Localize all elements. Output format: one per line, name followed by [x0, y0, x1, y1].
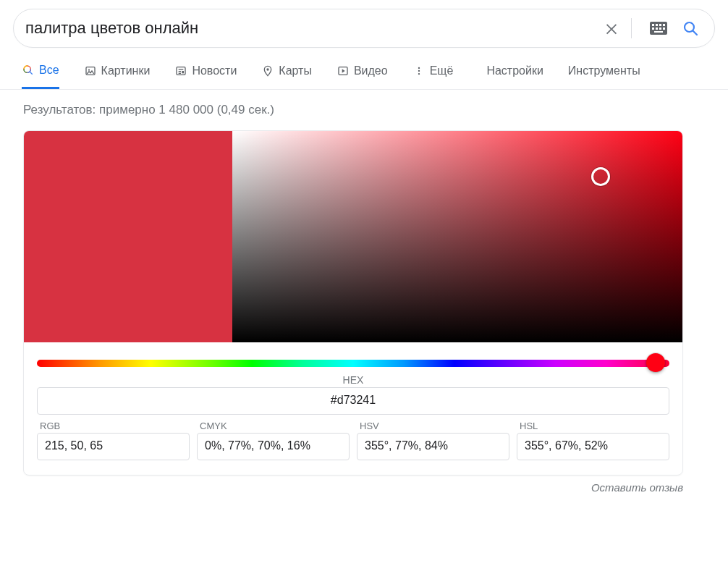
- hue-slider[interactable]: [37, 360, 669, 367]
- search-input[interactable]: [25, 19, 592, 38]
- svg-rect-2: [656, 24, 658, 26]
- tab-maps[interactable]: Карты: [261, 64, 312, 88]
- sv-handle[interactable]: [591, 167, 610, 186]
- tab-video[interactable]: Видео: [337, 64, 388, 88]
- rgb-value[interactable]: 215, 50, 65: [37, 433, 190, 460]
- svg-point-18: [88, 69, 90, 70]
- svg-rect-23: [182, 71, 185, 73]
- hue-row: [24, 342, 682, 374]
- svg-point-24: [267, 68, 269, 70]
- clear-icon[interactable]: [599, 16, 624, 41]
- hex-value[interactable]: #d73241: [37, 387, 669, 415]
- svg-rect-7: [659, 28, 661, 30]
- svg-line-11: [693, 31, 698, 35]
- news-icon: [174, 64, 187, 77]
- image-icon: [84, 64, 97, 77]
- svg-rect-3: [659, 24, 661, 26]
- hsl-label: HSL: [517, 420, 669, 433]
- tab-label: Видео: [354, 64, 388, 77]
- cmyk-label: CMYK: [197, 420, 350, 433]
- tab-label: Новости: [192, 64, 237, 77]
- feedback-link[interactable]: Оставить отзыв: [23, 481, 683, 494]
- hsl-value[interactable]: 355°, 67%, 52%: [517, 433, 669, 460]
- svg-point-28: [418, 72, 420, 74]
- search-icon[interactable]: [678, 16, 703, 41]
- result-stats: Результатов: примерно 1 480 000 (0,49 се…: [0, 90, 728, 130]
- color-picker-card: HEX #d73241 RGB 215, 50, 65 CMYK 0%, 77%…: [23, 130, 683, 476]
- svg-line-16: [30, 72, 32, 74]
- svg-rect-8: [663, 28, 665, 30]
- svg-rect-6: [656, 28, 658, 30]
- separator: [631, 18, 632, 38]
- svg-rect-1: [652, 24, 654, 26]
- tabs-row: Все Картинки Новости Карты Видео Ещё Нас…: [0, 48, 728, 90]
- svg-point-27: [418, 69, 420, 71]
- keyboard-icon[interactable]: [646, 16, 671, 41]
- more-icon: [412, 64, 426, 77]
- tab-tools[interactable]: Инструменты: [568, 64, 640, 88]
- tab-more[interactable]: Ещё: [412, 64, 454, 88]
- search-color-icon: [22, 64, 35, 77]
- tab-news[interactable]: Новости: [174, 64, 237, 88]
- picker-top: [24, 131, 682, 342]
- search-bar: [13, 9, 715, 48]
- hsv-label: HSV: [357, 420, 509, 433]
- tab-all[interactable]: Все: [22, 64, 59, 89]
- hue-handle[interactable]: [646, 353, 665, 372]
- tab-label: Карты: [279, 64, 312, 77]
- svg-rect-4: [663, 24, 665, 26]
- hsv-value[interactable]: 355°, 77%, 84%: [357, 433, 509, 460]
- color-swatch: [24, 131, 232, 342]
- svg-point-26: [418, 67, 420, 68]
- cmyk-value[interactable]: 0%, 77%, 70%, 16%: [197, 433, 350, 460]
- hex-label: HEX: [37, 374, 669, 386]
- tab-images[interactable]: Картинки: [84, 64, 151, 88]
- tab-settings[interactable]: Настройки: [486, 64, 543, 88]
- tab-label: Ещё: [430, 64, 454, 77]
- svg-rect-9: [654, 31, 663, 33]
- tab-label: Картинки: [101, 64, 151, 77]
- tab-label: Все: [39, 64, 59, 77]
- pin-icon: [261, 64, 274, 77]
- saturation-value-area[interactable]: [232, 131, 682, 342]
- play-icon: [337, 64, 350, 77]
- rgb-label: RGB: [37, 420, 190, 433]
- svg-rect-5: [652, 28, 654, 30]
